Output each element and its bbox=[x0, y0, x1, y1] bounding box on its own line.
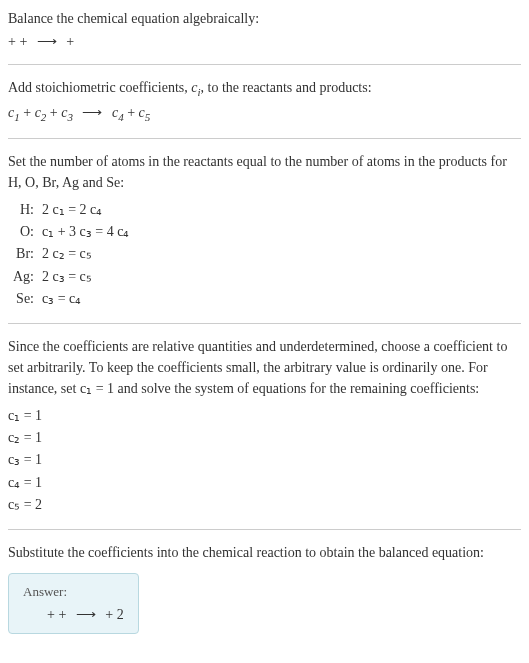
c1-sub: 1 bbox=[14, 111, 20, 123]
step1-text-part1: Add stoichiometric coefficients, bbox=[8, 80, 191, 95]
arrow-icon: ⟶ bbox=[37, 31, 57, 52]
answer-equation: + + ⟶ + 2 bbox=[23, 606, 124, 623]
step1-section: Add stoichiometric coefficients, ci, to … bbox=[8, 77, 521, 126]
c3-sub: 3 bbox=[67, 111, 73, 123]
atom-row: O: c₁ + 3 c₃ = 4 c₄ bbox=[12, 221, 521, 243]
atom-label: H: bbox=[12, 199, 42, 221]
intro-products: + bbox=[63, 34, 74, 49]
step1-equation: c1 + c2 + c3 ⟶ c4 + c5 bbox=[8, 102, 521, 125]
step2-text: Set the number of atoms in the reactants… bbox=[8, 151, 521, 193]
intro-line1: Balance the chemical equation algebraica… bbox=[8, 8, 521, 29]
atom-row: Ag: 2 c₃ = c₅ bbox=[12, 266, 521, 288]
arrow-icon: ⟶ bbox=[82, 102, 102, 123]
coefficient-list: c₁ = 1 c₂ = 1 c₃ = 1 c₄ = 1 c₅ = 2 bbox=[8, 405, 521, 517]
coeff-row: c₄ = 1 bbox=[8, 472, 521, 494]
c2-sub: 2 bbox=[41, 111, 47, 123]
divider bbox=[8, 138, 521, 139]
atom-equation: 2 c₃ = c₅ bbox=[42, 266, 521, 288]
atom-row: Br: 2 c₂ = c₅ bbox=[12, 243, 521, 265]
intro-equation: + + ⟶ + bbox=[8, 31, 521, 52]
atom-row: H: 2 c₁ = 2 c₄ bbox=[12, 199, 521, 221]
coeff-row: c₁ = 1 bbox=[8, 405, 521, 427]
atom-label: Ag: bbox=[12, 266, 42, 288]
atom-row: Se: c₃ = c₄ bbox=[12, 288, 521, 310]
step2-section: Set the number of atoms in the reactants… bbox=[8, 151, 521, 311]
atom-label: Se: bbox=[12, 288, 42, 310]
atom-equation: c₁ + 3 c₃ = 4 c₄ bbox=[42, 221, 521, 243]
c4-sub: 4 bbox=[118, 111, 124, 123]
atom-equation: 2 c₂ = c₅ bbox=[42, 243, 521, 265]
step1-text-part2: , to the reactants and products: bbox=[201, 80, 372, 95]
atom-equation: 2 c₁ = 2 c₄ bbox=[42, 199, 521, 221]
step3-text: Since the coefficients are relative quan… bbox=[8, 336, 521, 399]
coeff-row: c₅ = 2 bbox=[8, 494, 521, 516]
atom-label: O: bbox=[12, 221, 42, 243]
plus-1: + bbox=[23, 105, 34, 120]
step4-text: Substitute the coefficients into the che… bbox=[8, 542, 521, 563]
plus-2: + bbox=[50, 105, 61, 120]
step3-section: Since the coefficients are relative quan… bbox=[8, 336, 521, 517]
answer-products: + 2 bbox=[102, 607, 124, 622]
coeff-row: c₃ = 1 bbox=[8, 449, 521, 471]
step4-section: Substitute the coefficients into the che… bbox=[8, 542, 521, 634]
plus-3: + bbox=[127, 105, 138, 120]
coeff-row: c₂ = 1 bbox=[8, 427, 521, 449]
divider bbox=[8, 64, 521, 65]
atom-equation: c₃ = c₄ bbox=[42, 288, 521, 310]
intro-section: Balance the chemical equation algebraica… bbox=[8, 8, 521, 52]
intro-reactants: + + bbox=[8, 34, 31, 49]
answer-box: Answer: + + ⟶ + 2 bbox=[8, 573, 139, 634]
c5-sub: 5 bbox=[145, 111, 151, 123]
answer-label: Answer: bbox=[23, 584, 124, 600]
answer-reactants: + + bbox=[47, 607, 70, 622]
step1-text: Add stoichiometric coefficients, ci, to … bbox=[8, 77, 521, 100]
atom-label: Br: bbox=[12, 243, 42, 265]
divider bbox=[8, 323, 521, 324]
divider bbox=[8, 529, 521, 530]
arrow-icon: ⟶ bbox=[76, 606, 96, 623]
atom-equations-table: H: 2 c₁ = 2 c₄ O: c₁ + 3 c₃ = 4 c₄ Br: 2… bbox=[12, 199, 521, 311]
